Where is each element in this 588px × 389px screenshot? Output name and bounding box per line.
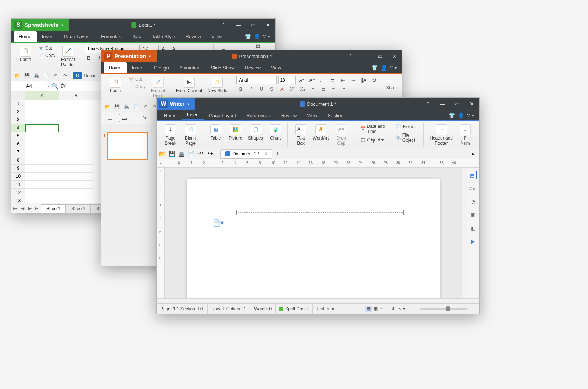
cell[interactable]	[59, 108, 93, 116]
menu-page-layout[interactable]: Page Layout	[204, 110, 241, 120]
row-2[interactable]: 2	[11, 108, 25, 116]
header-footer-button[interactable]: ▭Header and Footer	[428, 123, 454, 147]
document-page[interactable]: 📄▾	[187, 179, 440, 298]
align-center-button[interactable]: ≣	[319, 85, 327, 93]
w-doc-tab[interactable]: Document 1 *	[300, 101, 336, 107]
row-4[interactable]: 4	[11, 124, 25, 132]
shapes-label[interactable]: Sha	[386, 85, 394, 90]
col-B[interactable]: B	[59, 91, 93, 100]
fx-label[interactable]: fx	[61, 83, 65, 89]
maximize-button[interactable]: ▭	[246, 19, 261, 31]
tab-next-icon[interactable]: ▶	[26, 203, 33, 213]
text-direction-button[interactable]: ⟲	[369, 76, 378, 84]
close-icon[interactable]: ✕	[143, 115, 147, 121]
chart-button[interactable]: 📊Chart	[267, 123, 284, 142]
decrease-indent-button[interactable]: ⇤	[338, 76, 347, 84]
font-name-select[interactable]	[236, 76, 277, 84]
row-1[interactable]: 1	[11, 100, 25, 108]
row-6[interactable]: 6	[11, 140, 25, 148]
cell[interactable]	[59, 156, 93, 165]
sheet-tab-1[interactable]: Sheet1	[41, 204, 66, 213]
select-all-corner[interactable]	[11, 91, 25, 100]
cut-button[interactable]: ✂️Cut	[36, 45, 57, 51]
copy-button[interactable]: 📄Copy	[36, 52, 57, 59]
p-app-tab[interactable]: P Presentation ▾	[101, 50, 157, 62]
cell[interactable]	[25, 173, 59, 181]
row-12[interactable]: 12	[11, 189, 25, 197]
cell[interactable]	[25, 132, 59, 140]
row-8[interactable]: 8	[11, 156, 25, 165]
cell-reference-box[interactable]	[13, 82, 45, 90]
help-icon[interactable]: ? ▾	[467, 112, 474, 118]
sheet-tab-2[interactable]: Sheet2	[66, 204, 91, 213]
view-page-icon[interactable]: ▤	[365, 306, 372, 312]
align-left-button[interactable]: ≡	[308, 85, 317, 93]
status-page[interactable]: Page: 1/1 Section: 1/1	[157, 304, 208, 314]
menu-view[interactable]: View	[206, 31, 227, 42]
cell[interactable]	[59, 173, 93, 181]
cell[interactable]	[59, 132, 93, 140]
horizontal-scrollbar[interactable]: ⋯	[157, 298, 479, 303]
cell[interactable]	[25, 140, 59, 148]
open-icon[interactable]: 📂	[14, 72, 21, 79]
cut-button[interactable]: ✂️Cut	[126, 76, 147, 83]
decrease-font-button[interactable]: A⁻	[308, 76, 316, 84]
row-9[interactable]: 9	[11, 165, 25, 173]
view-outline-icon[interactable]: ▦	[374, 306, 378, 311]
row-7[interactable]: 7	[11, 148, 25, 156]
undo-icon[interactable]: ↶	[52, 72, 59, 79]
status-unit[interactable]: Unit: mm	[313, 304, 338, 314]
increase-font-button[interactable]: A⁺	[297, 76, 306, 84]
italic-button[interactable]: I	[247, 85, 255, 93]
user-icon[interactable]: 👤	[458, 112, 464, 118]
zoom-fit-icon[interactable]: 🔍	[51, 83, 59, 90]
blank-page-button[interactable]: 📄Blank Page	[182, 123, 199, 147]
doc-tab[interactable]: Document 1 * ✕	[220, 149, 272, 159]
maximize-button[interactable]: ▭	[450, 98, 465, 110]
menu-review[interactable]: Review	[180, 31, 206, 42]
menu-section[interactable]: Section	[322, 110, 348, 120]
cell[interactable]	[59, 116, 93, 124]
ss-doc-tab[interactable]: Book1 *	[131, 22, 155, 28]
help-icon[interactable]: ? ▾	[390, 65, 397, 71]
roll-up-button[interactable]: ⌃	[420, 98, 435, 110]
copy-button[interactable]: 📄Copy	[126, 83, 147, 90]
menu-page-layout[interactable]: Page Layout	[59, 31, 96, 42]
cell[interactable]	[59, 100, 93, 108]
print-icon[interactable]: 🖨️	[33, 72, 40, 79]
cell[interactable]	[59, 189, 93, 197]
menu-table-style[interactable]: Table Style	[147, 31, 180, 42]
menu-review[interactable]: Review	[240, 62, 266, 73]
zoom-slider[interactable]	[420, 308, 468, 310]
cell[interactable]	[59, 165, 93, 173]
page-number-button[interactable]: #P Num	[456, 123, 474, 147]
cell[interactable]	[25, 156, 59, 165]
paste-button[interactable]: 📋 Paste	[17, 45, 34, 63]
print-icon[interactable]: 🖨️	[123, 103, 130, 111]
outline-tab[interactable]: ☰	[105, 114, 115, 122]
object-pane-icon[interactable]: ◧	[469, 224, 477, 232]
shapes-pane-icon[interactable]: ◔	[469, 198, 477, 206]
page-break-button[interactable]: ⤓Page Break	[162, 123, 179, 147]
cell[interactable]	[25, 148, 59, 156]
expand-pane-icon[interactable]: ▶	[469, 237, 477, 245]
vertical-ruler[interactable]: 4 2 2 4 6 8 10	[157, 168, 165, 298]
zoom-slider-thumb[interactable]	[446, 306, 450, 311]
tab-prev-icon[interactable]: ◀	[19, 203, 26, 213]
menu-data[interactable]: Data	[126, 31, 146, 42]
slide-panel[interactable]: 1	[101, 124, 151, 256]
cell[interactable]	[25, 189, 59, 197]
zoom-in-button[interactable]: +	[473, 306, 476, 311]
menu-home[interactable]: Home	[159, 110, 182, 120]
cell[interactable]	[25, 165, 59, 173]
menu-insert[interactable]: Insert	[182, 110, 204, 120]
menu-insert[interactable]: Insert	[37, 31, 59, 42]
col-A[interactable]: A	[25, 91, 59, 100]
zoom-level[interactable]: 80 % ▾	[387, 304, 409, 314]
file-object-button[interactable]: 📎File Object	[394, 132, 421, 143]
menu-references[interactable]: References	[241, 110, 276, 120]
bold-button[interactable]: B	[85, 54, 93, 62]
cell[interactable]	[59, 140, 93, 148]
menu-home[interactable]: Home	[104, 62, 127, 73]
tab-last-icon[interactable]: ⏭	[33, 203, 41, 213]
